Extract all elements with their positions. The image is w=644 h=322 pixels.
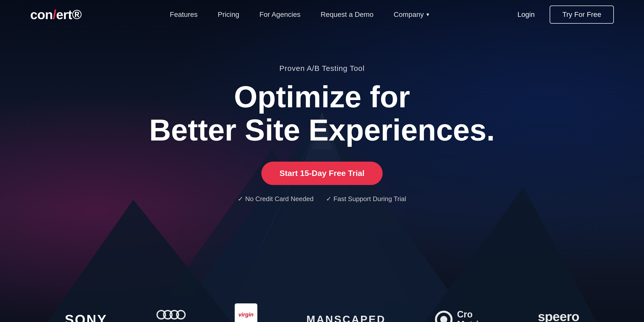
nav-item-agencies[interactable]: For Agencies: [259, 11, 300, 19]
manscaped-text: MANSCAPED: [306, 313, 386, 322]
checkmark-icon: ✓ No Credit Card Needed: [238, 195, 313, 203]
audi-ring-4: [176, 310, 186, 319]
trust-item-support: ✓ Fast Support During Trial: [326, 195, 406, 203]
page-wrapper: con/ert® Features Pricing For Agencies R…: [0, 0, 644, 322]
hero-trust-items: ✓ No Credit Card Needed ✓ Fast Support D…: [0, 195, 644, 203]
virgin-inner-text: virgin: [238, 312, 254, 317]
nav-link-features[interactable]: Features: [170, 11, 198, 18]
chevron-down-icon: ▾: [426, 11, 429, 18]
audi-uk-label: Audi UK: [158, 321, 184, 322]
logo-slash: /: [53, 7, 56, 22]
try-free-button[interactable]: Try For Free: [550, 6, 614, 24]
sony-text: SONY: [65, 312, 107, 322]
brand-logo[interactable]: con/ert®: [30, 7, 82, 22]
logos-section: SONY Audi UK virgin mobile MANSCAPED: [0, 288, 644, 322]
speero-text: speero: [538, 309, 579, 322]
cta-trial-button[interactable]: Start 15-Day Free Trial: [261, 162, 383, 185]
hero-title: Optimize for Better Site Experiences.: [0, 80, 644, 147]
nav-item-pricing[interactable]: Pricing: [218, 11, 239, 19]
hero-title-line1: Optimize for: [234, 80, 410, 114]
logo-virgin-mobile: virgin mobile: [235, 303, 257, 322]
logo-speero: speero by CXL: [538, 309, 579, 322]
cro-circle-icon: [435, 311, 453, 322]
nav-link-company[interactable]: Company ▾: [394, 11, 429, 19]
login-link[interactable]: Login: [517, 11, 535, 19]
navigation: con/ert® Features Pricing For Agencies R…: [0, 0, 644, 29]
nav-links: Features Pricing For Agencies Request a …: [170, 11, 429, 19]
hero-subtitle: Proven A/B Testing Tool: [0, 64, 644, 73]
trust-item-credit-card: ✓ No Credit Card Needed: [238, 195, 313, 203]
virgin-badge: virgin: [235, 303, 257, 322]
hero-title-line2: Better Site Experiences.: [149, 113, 495, 147]
cro-metrics-container: Cro Metrics: [435, 309, 489, 322]
nav-item-features[interactable]: Features: [170, 11, 198, 19]
logo-audi-uk: Audi UK: [156, 310, 186, 322]
nav-link-pricing[interactable]: Pricing: [218, 11, 239, 18]
nav-link-demo[interactable]: Request a Demo: [321, 11, 374, 18]
cro-metrics-text: Cro Metrics: [457, 309, 489, 322]
nav-right-actions: Login Try For Free: [517, 6, 614, 24]
nav-link-agencies[interactable]: For Agencies: [259, 11, 300, 18]
logo-crometrics: Cro Metrics: [435, 309, 489, 322]
audi-rings: [156, 310, 186, 319]
hero-section: Proven A/B Testing Tool Optimize for Bet…: [0, 29, 644, 203]
logo-manscaped: MANSCAPED: [306, 313, 386, 322]
logo-sony: SONY: [65, 312, 107, 322]
nav-item-demo[interactable]: Request a Demo: [321, 11, 374, 19]
nav-item-company[interactable]: Company ▾: [394, 11, 429, 19]
checkmark-icon-2: ✓ Fast Support During Trial: [326, 195, 406, 203]
